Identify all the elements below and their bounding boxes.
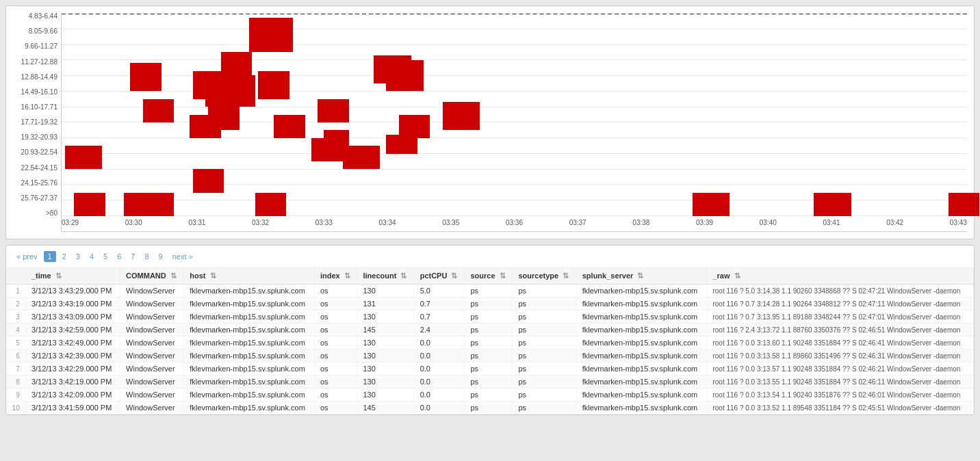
cell-splunkserver: fklevmarken-mbp15.sv.splunk.com xyxy=(576,324,707,337)
chart-bar xyxy=(258,71,289,99)
x-axis-label: 03:35 xyxy=(442,219,459,226)
page-6-link[interactable]: 6 xyxy=(114,251,125,262)
col-host-header[interactable]: host ⇅ xyxy=(184,268,315,285)
row-number: 1 xyxy=(6,285,25,298)
cell-time: 3/12/13 3:42:19.000 PM xyxy=(25,376,120,388)
chart-bar xyxy=(443,102,480,130)
cell-raw: root 116 ? 0.7 3:13.95 1.1 89188 3348244… xyxy=(707,311,974,324)
cell-index: os xyxy=(314,350,357,363)
cell-source: ps xyxy=(465,363,513,376)
col-pctcpu-header[interactable]: pctCPU ⇅ xyxy=(414,268,465,285)
cell-splunkserver: fklevmarken-mbp15.sv.splunk.com xyxy=(576,376,707,388)
table-header-row: _time ⇅ COMMAND ⇅ host ⇅ index ⇅ linecou… xyxy=(6,268,974,285)
cell-time: 3/12/13 3:42:29.000 PM xyxy=(25,363,120,376)
x-axis-label: 03:39 xyxy=(696,219,713,226)
cell-splunkserver: fklevmarken-mbp15.sv.splunk.com xyxy=(576,401,707,414)
cell-host: fklevmarken-mbp15.sv.splunk.com xyxy=(184,363,315,376)
next-page-link[interactable]: next » xyxy=(169,251,196,262)
prev-page-link[interactable]: « prev xyxy=(13,251,41,262)
cell-source: ps xyxy=(465,285,513,298)
cell-linecount: 145 xyxy=(357,401,414,414)
current-page[interactable]: 1 xyxy=(44,251,56,262)
chart-bar xyxy=(949,193,980,216)
chart-panel: >8025.76-27.3724.15-25.7622.54-24.1520.9… xyxy=(5,5,975,239)
chart-bar xyxy=(814,193,851,216)
table-row: 10 3/12/13 3:41:59.000 PM WindowServer f… xyxy=(6,401,974,414)
cell-command: WindowServer xyxy=(120,298,184,311)
cell-sourcetype: ps xyxy=(513,311,576,324)
x-axis-label: 03:43 xyxy=(950,219,967,226)
col-time-header[interactable]: _time ⇅ xyxy=(25,268,120,285)
row-number: 10 xyxy=(6,401,25,414)
cell-command: WindowServer xyxy=(120,324,184,337)
page-2-link[interactable]: 2 xyxy=(59,251,70,262)
cell-sourcetype: ps xyxy=(513,324,576,337)
cell-source: ps xyxy=(465,311,513,324)
y-axis-label: 8.05-9.66 xyxy=(13,28,61,35)
page-8-link[interactable]: 8 xyxy=(141,251,152,262)
cell-index: os xyxy=(314,363,357,376)
y-axis-label: 17.71-19.32 xyxy=(13,119,61,126)
col-index-header[interactable]: index ⇅ xyxy=(314,268,357,285)
cell-sourcetype: ps xyxy=(513,298,576,311)
cell-linecount: 145 xyxy=(357,324,414,337)
cell-splunkserver: fklevmarken-mbp15.sv.splunk.com xyxy=(576,285,707,298)
row-number: 9 xyxy=(6,388,25,401)
x-axis-label: 03:32 xyxy=(252,219,269,226)
col-splunkserver-header[interactable]: splunk_server ⇅ xyxy=(576,268,707,285)
table-row: 9 3/12/13 3:42:09.000 PM WindowServer fk… xyxy=(6,388,974,401)
cell-sourcetype: ps xyxy=(513,285,576,298)
x-axis-label: 03:42 xyxy=(886,219,903,226)
cell-source: ps xyxy=(465,401,513,414)
col-raw-header[interactable]: _raw ⇅ xyxy=(707,268,974,285)
y-axis-label: 24.15-25.76 xyxy=(13,180,61,187)
chart-bar xyxy=(143,99,175,122)
cell-host: fklevmarken-mbp15.sv.splunk.com xyxy=(184,350,315,363)
table-row: 1 3/12/13 3:43:29.000 PM WindowServer fk… xyxy=(6,285,974,298)
data-table: _time ⇅ COMMAND ⇅ host ⇅ index ⇅ linecou… xyxy=(6,268,974,414)
page-3-link[interactable]: 3 xyxy=(73,251,83,262)
cell-linecount: 130 xyxy=(357,350,414,363)
page-9-link[interactable]: 9 xyxy=(155,251,166,262)
cell-host: fklevmarken-mbp15.sv.splunk.com xyxy=(184,388,315,401)
cell-sourcetype: ps xyxy=(513,401,576,414)
cell-index: os xyxy=(314,401,357,414)
page-4-link[interactable]: 4 xyxy=(86,251,97,262)
cell-source: ps xyxy=(465,324,513,337)
cell-command: WindowServer xyxy=(120,350,184,363)
cell-source: ps xyxy=(465,388,513,401)
chart-bar xyxy=(386,135,417,153)
y-axis: >8025.76-27.3724.15-25.7622.54-24.1520.9… xyxy=(13,13,61,232)
row-number: 6 xyxy=(6,350,25,363)
cell-index: os xyxy=(314,337,357,350)
chart-bar xyxy=(274,115,305,138)
page-7-link[interactable]: 7 xyxy=(127,251,138,262)
y-axis-label: 4.83-6.44 xyxy=(13,13,61,20)
cell-pctcpu: 0.7 xyxy=(414,311,465,324)
col-sourcetype-header[interactable]: sourcetype ⇅ xyxy=(513,268,576,285)
row-number: 3 xyxy=(6,311,25,324)
cell-sourcetype: ps xyxy=(513,376,576,388)
col-command-header[interactable]: COMMAND ⇅ xyxy=(120,268,184,285)
cell-time: 3/12/13 3:42:09.000 PM xyxy=(25,388,120,401)
cell-raw: root 116 ? 2.4 3:13.72 1.1 88760 3350376… xyxy=(707,324,974,337)
table-row: 5 3/12/13 3:42:49.000 PM WindowServer fk… xyxy=(6,337,974,350)
cell-sourcetype: ps xyxy=(513,363,576,376)
cell-linecount: 130 xyxy=(357,363,414,376)
col-linecount-header[interactable]: linecount ⇅ xyxy=(357,268,414,285)
page-5-link[interactable]: 5 xyxy=(100,251,111,262)
x-axis-label: 03:33 xyxy=(315,219,333,226)
cell-command: WindowServer xyxy=(120,337,184,350)
table-row: 6 3/12/13 3:42:39.000 PM WindowServer fk… xyxy=(6,350,974,363)
cell-sourcetype: ps xyxy=(513,388,576,401)
y-axis-label: 14.49-16.10 xyxy=(13,89,61,96)
col-source-header[interactable]: source ⇅ xyxy=(465,268,513,285)
table-row: 8 3/12/13 3:42:19.000 PM WindowServer fk… xyxy=(6,376,974,388)
cell-host: fklevmarken-mbp15.sv.splunk.com xyxy=(184,311,315,324)
cell-splunkserver: fklevmarken-mbp15.sv.splunk.com xyxy=(576,363,707,376)
cell-splunkserver: fklevmarken-mbp15.sv.splunk.com xyxy=(576,388,707,401)
cell-index: os xyxy=(314,298,357,311)
cell-linecount: 130 xyxy=(357,285,414,298)
cell-index: os xyxy=(314,376,357,388)
cell-raw: root 116 ? 0.0 3:13.55 1.1 90248 3351884… xyxy=(707,376,974,388)
